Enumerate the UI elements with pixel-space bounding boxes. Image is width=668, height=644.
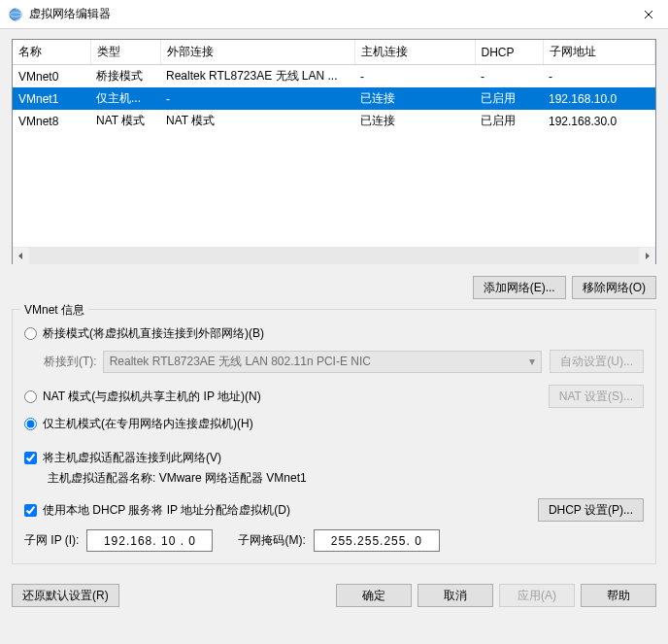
apply-button[interactable]: 应用(A) xyxy=(499,584,575,607)
hostonly-radio[interactable] xyxy=(24,418,37,430)
dhcp-settings-button[interactable]: DHCP 设置(P)... xyxy=(538,498,644,522)
dhcp-checkbox[interactable] xyxy=(24,504,37,517)
bridge-label: 桥接模式(将虚拟机直接连接到外部网络)(B) xyxy=(43,325,264,342)
cancel-button[interactable]: 取消 xyxy=(418,584,493,607)
connect-host-label: 将主机虚拟适配器连接到此网络(V) xyxy=(43,450,221,466)
dialog-buttons: 还原默认设置(R) 确定 取消 应用(A) 帮助 xyxy=(0,584,668,619)
group-legend: VMnet 信息 xyxy=(20,302,88,319)
col-host[interactable]: 主机连接 xyxy=(354,40,475,65)
ok-button[interactable]: 确定 xyxy=(336,584,412,607)
table-empty-area xyxy=(13,132,655,247)
help-button[interactable]: 帮助 xyxy=(581,584,656,607)
subnet-ip-label: 子网 IP (I): xyxy=(24,532,79,549)
subnet-mask-label: 子网掩码(M): xyxy=(238,532,305,549)
host-adapter-name: 主机虚拟适配器名称: VMware 网络适配器 VMnet1 xyxy=(48,470,644,487)
network-table[interactable]: 名称 类型 外部连接 主机连接 DHCP 子网地址 VMnet0 桥接模式 Re… xyxy=(12,39,656,264)
close-icon xyxy=(644,10,653,19)
table-header-row: 名称 类型 外部连接 主机连接 DHCP 子网地址 xyxy=(13,40,655,65)
col-ext[interactable]: 外部连接 xyxy=(160,40,354,65)
chevron-down-icon: ▾ xyxy=(529,355,535,368)
scroll-right-icon[interactable] xyxy=(639,248,655,264)
nat-label: NAT 模式(与虚拟机共享主机的 IP 地址)(N) xyxy=(43,389,261,405)
titlebar: 虚拟网络编辑器 xyxy=(0,0,668,29)
scroll-track[interactable] xyxy=(29,248,639,264)
horizontal-scrollbar[interactable] xyxy=(13,247,655,263)
dhcp-label: 使用本地 DHCP 服务将 IP 地址分配给虚拟机(D) xyxy=(43,502,290,519)
app-icon xyxy=(8,7,23,22)
vmnet-info-group: VMnet 信息 桥接模式(将虚拟机直接连接到外部网络)(B) 桥接到(T): … xyxy=(12,309,656,564)
col-type[interactable]: 类型 xyxy=(90,40,160,65)
hostonly-label: 仅主机模式(在专用网络内连接虚拟机)(H) xyxy=(43,416,253,432)
col-subnet[interactable]: 子网地址 xyxy=(543,40,655,65)
scroll-left-icon[interactable] xyxy=(13,248,29,264)
restore-defaults-button[interactable]: 还原默认设置(R) xyxy=(12,584,119,607)
table-row[interactable]: VMnet0 桥接模式 Realtek RTL8723AE 无线 LAN ...… xyxy=(13,65,655,88)
nat-radio[interactable] xyxy=(24,390,37,403)
bridge-radio[interactable] xyxy=(24,327,37,340)
bridge-to-combo[interactable]: Realtek RTL8723AE 无线 LAN 802.11n PCI-E N… xyxy=(103,351,543,373)
subnet-ip-input[interactable] xyxy=(86,529,213,552)
auto-settings-button[interactable]: 自动设置(U)... xyxy=(550,350,644,373)
remove-network-button[interactable]: 移除网络(O) xyxy=(572,276,656,299)
subnet-mask-input[interactable] xyxy=(314,529,440,552)
nat-settings-button[interactable]: NAT 设置(S)... xyxy=(549,385,644,408)
window-title: 虚拟网络编辑器 xyxy=(29,6,629,22)
table-row[interactable]: VMnet8 NAT 模式 NAT 模式 已连接 已启用 192.168.30.… xyxy=(13,110,655,132)
col-dhcp[interactable]: DHCP xyxy=(475,40,543,65)
table-row-selected[interactable]: VMnet1 仅主机... - 已连接 已启用 192.168.10.0 xyxy=(13,87,655,110)
col-name[interactable]: 名称 xyxy=(13,40,90,65)
close-button[interactable] xyxy=(629,0,668,29)
add-network-button[interactable]: 添加网络(E)... xyxy=(473,276,566,299)
bridge-to-label: 桥接到(T): xyxy=(44,354,97,370)
connect-host-checkbox[interactable] xyxy=(24,452,37,464)
